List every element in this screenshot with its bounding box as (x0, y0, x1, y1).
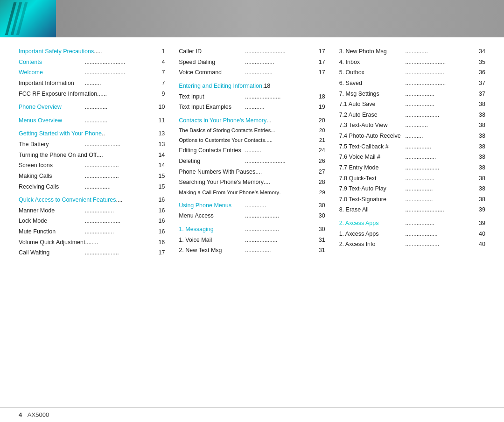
toc-dots: ................ (405, 142, 471, 152)
toc-title: Speed Dialing (179, 57, 245, 67)
toc-title: Turning the Phone On and Off (19, 150, 97, 160)
toc-title: 7.7 Entry Mode (339, 163, 406, 173)
toc-page: 38 (471, 110, 485, 120)
toc-title: Receiving Calls (19, 182, 85, 192)
toc-dots: .............. (405, 47, 471, 56)
toc-page: 7 (151, 78, 165, 88)
toc-dots: ..................... (85, 171, 151, 181)
toc-entry: FCC RF Exposure Information ...... 9 (19, 89, 165, 99)
toc-title: 2. Axcess Apps (339, 218, 406, 228)
footer-model: AX5000 (28, 411, 49, 418)
toc-col-2: Caller ID ......................... 17Sp… (179, 47, 325, 402)
toc-columns: Important Safety Precautions ..... 1Cont… (19, 47, 485, 402)
toc-page: 19 (311, 102, 325, 112)
toc-page: 38 (471, 195, 485, 204)
toc-title: Lock Mode (19, 216, 85, 226)
toc-page: 20 (311, 116, 325, 126)
toc-entry: 6. Saved ......................... 37 (339, 78, 485, 88)
toc-page: 31 (311, 235, 325, 245)
toc-page: 38 (471, 152, 485, 162)
toc-dots: .................. (405, 89, 471, 99)
toc-dots: .................. (405, 218, 471, 228)
toc-dots: .................. (405, 174, 471, 183)
toc-entry: The Basics of Storing Contacts Entries .… (179, 126, 325, 135)
toc-page: 40 (471, 229, 485, 239)
toc-title: The Battery (19, 140, 85, 149)
toc-dots: .... (97, 150, 151, 160)
toc-dots: ......................... (85, 68, 151, 77)
toc-entry: Contacts in Your Phone's Memory ... 20 (179, 116, 325, 126)
toc-dots: ......................... (245, 47, 311, 56)
toc-title: 1. Voice Mail (179, 235, 245, 245)
toc-dots: ......................... (85, 57, 151, 67)
toc-page: 39 (471, 205, 485, 215)
toc-page: 13 (151, 129, 165, 139)
toc-title: Phone Overview (19, 102, 85, 112)
toc-title: Making a Call From Your Phone's Memory (179, 188, 279, 197)
toc-title: Using Phone Menus (179, 201, 245, 211)
toc-entry: 7.6 Voice Mail # ................... 38 (339, 152, 485, 162)
toc-title: 7.5 Text-Callback # (339, 142, 406, 152)
toc-title: 7.9 Text-Auto Play (339, 184, 406, 194)
toc-entry: Important Safety Precautions ..... 1 (19, 47, 165, 56)
toc-dots: .................. (405, 99, 471, 109)
toc-title: Options to Customize Your Contacts (179, 136, 265, 145)
toc-entry: The Battery ...................... 13 (19, 140, 165, 149)
toc-entry: Getting Started with Your Phone .. 13 (19, 129, 165, 139)
toc-page: 15 (151, 182, 165, 192)
toc-entry: 5. Outbox ........................ 36 (339, 68, 485, 77)
toc-title: 7.1 Auto Save (339, 99, 406, 109)
toc-title: Voice Command (179, 68, 245, 77)
toc-dots: . (279, 188, 311, 197)
toc-dots: .............. (85, 116, 151, 126)
toc-entry: Manner Mode .................. 16 (19, 206, 165, 216)
toc-title: Getting Started with Your Phone (19, 129, 102, 139)
toc-dots: .............. (405, 120, 471, 130)
toc-col-3: 3. New Photo Msg .............. 344. Inb… (339, 47, 485, 402)
toc-dots: ..... (265, 136, 311, 145)
toc-title: Making Calls (19, 171, 85, 181)
toc-page: 31 (311, 246, 325, 255)
toc-dots: ................... (405, 152, 471, 162)
toc-entry: Phone Numbers With Pauses .... 27 (179, 167, 325, 177)
toc-page: 20 (311, 126, 325, 135)
page-footer: 4 AX5000 (0, 407, 504, 422)
toc-dots: ................. (405, 184, 471, 194)
toc-title: Important Safety Precautions (19, 47, 94, 56)
toc-page: 38 (471, 184, 485, 194)
toc-dots: ........ (85, 238, 151, 247)
toc-dots: .......... (245, 146, 311, 155)
toc-entry: 7.5 Text-Callback # ................ 38 (339, 142, 485, 152)
toc-title: 7.6 Voice Mail # (339, 152, 406, 162)
toc-title: Menus Overview (19, 116, 85, 126)
toc-entry: 7.4 Photo-Auto Receive ........... 38 (339, 131, 485, 141)
toc-entry: Options to Customize Your Contacts .....… (179, 136, 325, 145)
toc-title: Screen Icons (19, 161, 85, 170)
toc-title: The Basics of Storing Contacts Entries (179, 126, 271, 135)
toc-title: 5. Outbox (339, 68, 406, 77)
toc-title: 7.8 Quick-Text (339, 174, 406, 183)
toc-title: 6. Saved (339, 78, 406, 88)
toc-dots: ........................ (405, 68, 471, 77)
toc-page: 17 (311, 47, 325, 56)
toc-dots: ..................... (405, 163, 471, 173)
toc-entry: Searching Your Phone's Memory .... 28 (179, 177, 325, 187)
toc-col-1: Important Safety Precautions ..... 1Cont… (19, 47, 165, 402)
toc-page: 14 (151, 161, 165, 170)
toc-page: 10 (151, 102, 165, 112)
toc-title: Deleting (179, 156, 245, 166)
toc-entry: 2. Axcess Info ..................... 40 (339, 239, 485, 249)
toc-page: 35 (471, 57, 485, 67)
toc-entry: Voice Command ................. 17 (179, 68, 325, 77)
toc-entry: Quick Access to Convenient Features ....… (19, 195, 165, 205)
toc-page: 38 (471, 174, 485, 183)
toc-dots: .................... (245, 235, 311, 245)
toc-dots: ................ (245, 246, 311, 255)
toc-dots: ..................... (245, 211, 311, 221)
toc-dots: ... (266, 116, 311, 126)
toc-entry: Deleting ......................... 26 (179, 156, 325, 166)
toc-page: 17 (311, 57, 325, 67)
toc-entry: Menu Access ..................... 30 (179, 211, 325, 221)
toc-page: 24 (311, 146, 325, 155)
toc-page: 38 (471, 120, 485, 130)
